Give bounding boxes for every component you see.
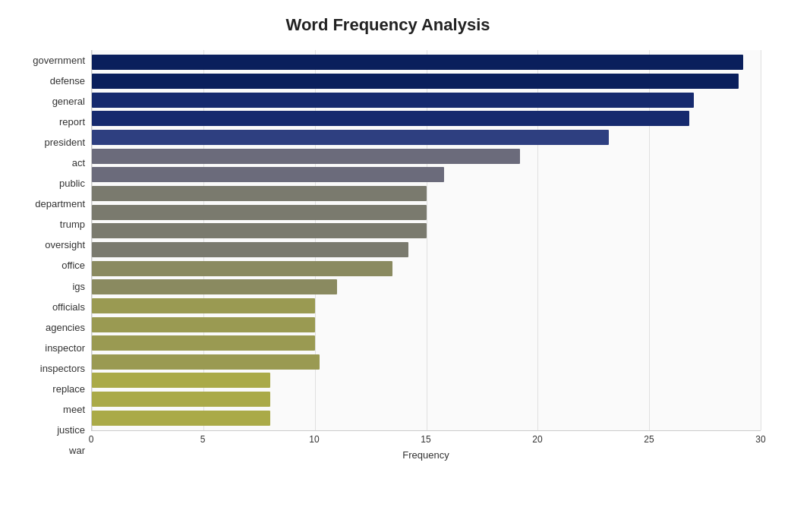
bars-and-x: 051015202530 Frequency <box>91 50 761 461</box>
x-tick-label: 25 <box>641 434 657 445</box>
bar-row <box>92 128 761 147</box>
y-label: public <box>59 174 85 194</box>
bar <box>92 74 739 89</box>
bar-row <box>92 90 761 109</box>
y-label: report <box>59 112 85 132</box>
bar-row <box>92 334 761 353</box>
bar <box>92 167 444 182</box>
x-axis: 051015202530 <box>91 431 761 446</box>
bar <box>92 242 408 257</box>
bar-row <box>92 278 761 297</box>
bar-row <box>92 408 761 427</box>
y-label: igs <box>72 276 85 296</box>
bar <box>92 205 427 220</box>
bar <box>92 411 270 426</box>
x-tick-label: 15 <box>418 434 433 445</box>
bar-row <box>92 297 761 316</box>
y-label: defense <box>50 71 85 91</box>
y-label: agencies <box>46 317 85 337</box>
bar <box>92 298 315 313</box>
chart-area: governmentdefensegeneralreportpresidenta… <box>15 50 761 461</box>
y-label: meet <box>63 399 85 419</box>
y-label: government <box>33 51 85 71</box>
bar-rows <box>92 50 761 430</box>
bar <box>92 373 270 388</box>
bar <box>92 317 315 332</box>
bar-row <box>92 371 761 390</box>
y-label: inspector <box>45 338 85 357</box>
bar-row <box>92 222 761 241</box>
x-tick-label: 5 <box>195 434 210 445</box>
bar-row <box>92 203 761 222</box>
y-label: war <box>69 440 85 460</box>
bar <box>92 93 694 108</box>
y-label: oversight <box>45 235 85 255</box>
bar-row <box>92 241 761 260</box>
bar-row <box>92 146 761 165</box>
bar <box>92 354 320 370</box>
bar-row <box>92 315 761 334</box>
bar-row <box>92 72 761 91</box>
y-axis: governmentdefensegeneralreportpresidenta… <box>15 50 91 461</box>
x-tick-label: 20 <box>530 434 545 445</box>
y-label: department <box>35 194 85 214</box>
bar <box>92 261 392 276</box>
bar <box>92 149 520 164</box>
chart-title: Word Frequency Analysis <box>15 15 761 35</box>
bar-row <box>92 53 761 72</box>
bar-row <box>92 353 761 372</box>
x-axis-title: Frequency <box>91 449 761 461</box>
y-label: justice <box>57 420 85 439</box>
bar <box>92 55 743 70</box>
chart-container: Word Frequency Analysis governmentdefens… <box>0 0 791 532</box>
bar <box>92 186 427 201</box>
y-label: inspectors <box>40 358 85 378</box>
bar-row <box>92 109 761 128</box>
y-label: office <box>61 256 85 275</box>
bar <box>92 111 689 126</box>
bar-row <box>92 165 761 184</box>
bar-row <box>92 390 761 409</box>
bar <box>92 279 337 294</box>
y-label: act <box>72 153 85 173</box>
grid-line <box>761 50 761 430</box>
bar <box>92 223 427 238</box>
bar <box>92 335 315 351</box>
bar-row <box>92 259 761 278</box>
y-label: replace <box>52 379 85 398</box>
x-tick-label: 0 <box>84 434 99 445</box>
bar <box>92 130 609 145</box>
bar <box>92 392 270 407</box>
y-label: officials <box>52 297 85 316</box>
y-label: trump <box>60 215 85 235</box>
bar-row <box>92 184 761 203</box>
x-tick-label: 30 <box>753 434 768 445</box>
y-label: president <box>45 133 85 153</box>
x-tick-label: 10 <box>307 434 322 445</box>
bars-area <box>91 50 761 431</box>
y-label: general <box>52 92 85 112</box>
